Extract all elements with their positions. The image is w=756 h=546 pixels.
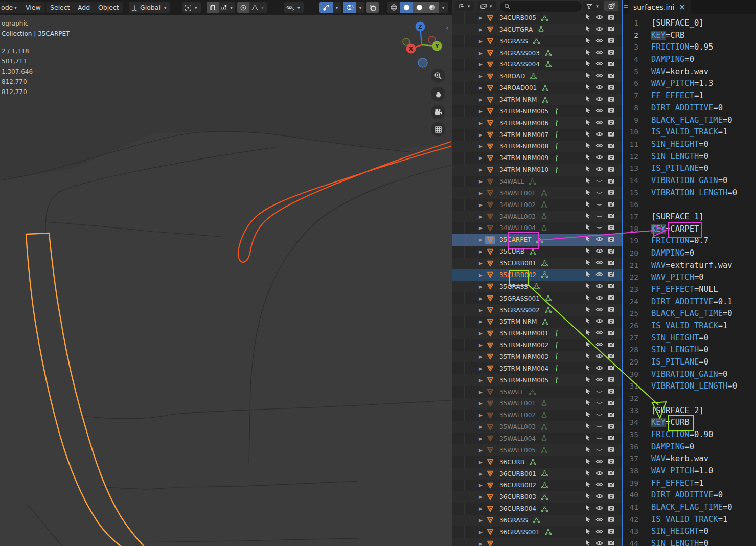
visibility-toggle[interactable] <box>595 142 603 151</box>
outliner-row-34trm-nrm007[interactable]: ▶ 34TRM-NRM007 <box>452 129 622 141</box>
shading-dropdown[interactable]: ▾ <box>439 2 448 13</box>
expand-arrow-icon[interactable]: ▶ <box>479 27 485 32</box>
code-line-40[interactable]: 40DIRT_ADDITIVE=0 <box>623 489 756 502</box>
expand-arrow-icon[interactable]: ▶ <box>479 494 485 499</box>
expand-arrow-icon[interactable]: ▶ <box>479 284 485 289</box>
object-name[interactable]: 34GRASS <box>499 38 528 45</box>
outliner-row-35grass001[interactable]: ▶ 35GRASS001 <box>452 292 622 304</box>
object-name[interactable]: 34TRM-NRM007 <box>499 131 548 139</box>
render-toggle[interactable] <box>607 341 615 350</box>
selectable-toggle[interactable] <box>584 142 591 151</box>
render-toggle[interactable] <box>607 130 615 139</box>
object-name[interactable]: 35GRASS <box>499 283 528 290</box>
expand-arrow-icon[interactable]: ▶ <box>479 97 485 102</box>
selectable-toggle[interactable] <box>584 259 591 268</box>
selectable-toggle[interactable] <box>584 189 591 198</box>
code-line-25[interactable]: 25BLACK_FLAG_TIME=0 <box>623 307 756 320</box>
shading-wireframe-button[interactable] <box>387 2 400 13</box>
visibility-toggle[interactable] <box>595 492 603 502</box>
object-icon[interactable] <box>485 224 495 233</box>
object-icon[interactable] <box>485 493 495 502</box>
outliner-row-35wall004[interactable]: ▶ 35WALL004 <box>452 433 622 445</box>
outliner-row-36grass001[interactable]: ▶ 36GRASS001 <box>452 526 622 538</box>
outliner-row-36curb001[interactable]: ▶ 36CURB001 <box>452 468 622 480</box>
proportional-falloff-dropdown[interactable]: ▾ <box>249 2 267 13</box>
expand-arrow-icon[interactable]: ▶ <box>479 39 485 44</box>
outliner-row-34road001[interactable]: ▶ 34ROAD001 <box>452 82 622 94</box>
selectable-toggle[interactable] <box>584 399 591 408</box>
visibility-toggle[interactable] <box>595 259 603 268</box>
visibility-toggle[interactable] <box>595 388 603 397</box>
selectable-toggle[interactable] <box>584 119 591 128</box>
object-name[interactable]: 36GRASS <box>499 517 528 524</box>
menu-view[interactable]: View <box>21 2 45 13</box>
expand-arrow-icon[interactable]: ▶ <box>479 74 485 79</box>
code-line-39[interactable]: 39FF_EFFECT=1 <box>623 477 756 489</box>
code-line-21[interactable]: 21WAV=extraturf.wav <box>623 259 756 271</box>
object-name[interactable]: 34TRM-NRM010 <box>499 166 548 173</box>
render-toggle[interactable] <box>607 49 615 57</box>
selectable-toggle[interactable] <box>584 504 591 513</box>
selectable-toggle[interactable] <box>584 107 591 116</box>
code-area[interactable]: 1[SURFACE_0]2KEY=CRB3FRICTION=0.954DAMPI… <box>623 17 756 546</box>
pivot-point-dropdown[interactable]: ▾ <box>182 2 201 13</box>
expand-arrow-icon[interactable]: ▶ <box>479 518 485 523</box>
object-icon[interactable] <box>485 166 495 174</box>
code-line-4[interactable]: 4DAMPING=0 <box>623 53 756 65</box>
code-line-32[interactable]: 32 <box>623 392 756 404</box>
outliner-row-34trm-nrm009[interactable]: ▶ 34TRM-NRM009 <box>452 152 622 164</box>
selectable-toggle[interactable] <box>584 352 591 361</box>
object-name[interactable]: 34ROAD <box>499 73 525 80</box>
visibility-toggle[interactable] <box>595 165 603 174</box>
outliner-row-35trm-nrm003[interactable]: ▶ 35TRM-NRM003 <box>452 351 622 363</box>
expand-arrow-icon[interactable]: ▶ <box>479 530 485 535</box>
filter-display-dropdown[interactable]: ▾ <box>477 1 496 11</box>
visibility-toggle[interactable] <box>595 539 603 546</box>
object-name[interactable]: 34GRASS004 <box>499 61 540 68</box>
object-icon[interactable] <box>485 376 495 384</box>
object-name[interactable]: 35WALL001 <box>499 400 536 407</box>
object-icon[interactable] <box>485 107 495 116</box>
expand-arrow-icon[interactable]: ▶ <box>479 483 485 488</box>
outliner-row-34trm-nrm008[interactable]: ▶ 34TRM-NRM008 <box>452 141 622 152</box>
close-icon[interactable]: × <box>679 3 685 12</box>
visibility-toggle[interactable] <box>595 434 603 443</box>
selectable-toggle[interactable] <box>584 481 591 490</box>
object-name[interactable]: 34GRASS003 <box>499 50 540 57</box>
expand-arrow-icon[interactable]: ▶ <box>479 424 485 429</box>
object-icon[interactable] <box>485 259 495 268</box>
visibility-toggle[interactable] <box>595 317 603 326</box>
outliner-row-35grass[interactable]: ▶ 35GRASS <box>452 281 622 292</box>
render-toggle[interactable] <box>607 154 615 163</box>
visibility-toggle[interactable] <box>595 352 603 361</box>
code-line-2[interactable]: 2KEY=CRB <box>623 29 756 41</box>
visibility-toggle[interactable] <box>595 504 603 513</box>
expand-arrow-icon[interactable]: ▶ <box>479 132 485 138</box>
code-line-8[interactable]: 8DIRT_ADDITIVE=0 <box>623 102 756 114</box>
render-toggle[interactable] <box>607 200 615 209</box>
code-line-13[interactable]: 13IS_PITLANE=0 <box>623 162 756 174</box>
overlays-dropdown[interactable]: ▾ <box>356 2 364 13</box>
object-name[interactable]: 35GRASS001 <box>499 295 540 302</box>
code-line-37[interactable]: 37WAV=kerb.wav <box>623 452 756 465</box>
menu-select[interactable]: Select <box>46 2 74 13</box>
render-toggle[interactable] <box>607 25 615 34</box>
selectable-toggle[interactable] <box>584 282 591 291</box>
object-icon[interactable] <box>485 72 495 81</box>
visibility-toggle[interactable] <box>595 329 603 338</box>
expand-arrow-icon[interactable]: ▶ <box>479 144 485 149</box>
object-icon[interactable] <box>485 434 495 443</box>
outliner-row-34grass[interactable]: ▶ 34GRASS <box>452 35 622 47</box>
render-toggle[interactable] <box>607 528 615 536</box>
selectable-toggle[interactable] <box>584 458 591 467</box>
outliner-row-34grass004[interactable]: ▶ 34GRASS004 <box>452 59 622 71</box>
expand-arrow-icon[interactable]: ▶ <box>479 249 485 254</box>
render-toggle[interactable] <box>607 107 615 116</box>
expand-arrow-icon[interactable]: ▶ <box>479 378 485 383</box>
code-line-38[interactable]: 38WAV_PITCH=1.0 <box>623 465 756 477</box>
selectable-toggle[interactable] <box>584 469 591 479</box>
render-toggle[interactable] <box>607 317 615 326</box>
selectable-toggle[interactable] <box>584 422 591 431</box>
visibility-toggle[interactable] <box>595 376 603 385</box>
object-icon[interactable] <box>485 60 495 69</box>
